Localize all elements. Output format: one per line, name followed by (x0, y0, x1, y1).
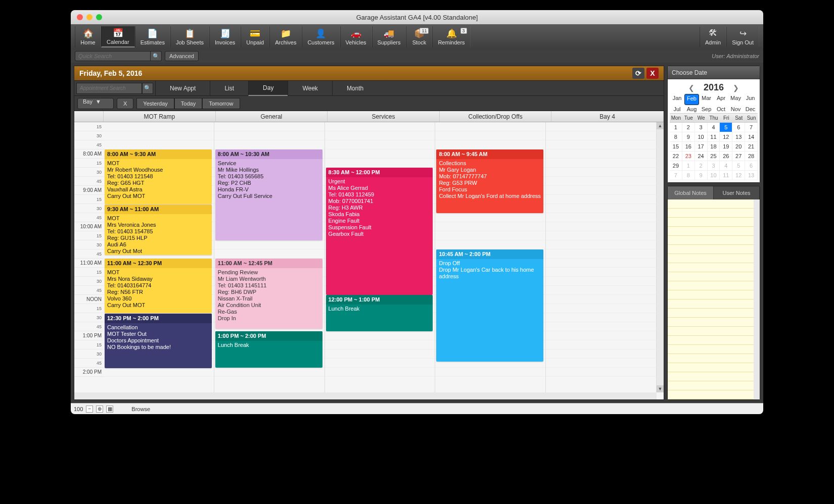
scroll-area[interactable]: 1530458:00 AM1530459:00 AM15304510:00 AM… (74, 122, 657, 392)
nav-today[interactable]: Today (174, 98, 202, 109)
month-sep[interactable]: Sep (699, 105, 714, 113)
appointment[interactable]: 8:00 AM ~ 10:30 AMServiceMr Mike Holling… (215, 149, 322, 240)
month-mar[interactable]: Mar (699, 94, 714, 105)
view-tab-day[interactable]: Day (248, 81, 288, 96)
toolbar-calendar[interactable]: 📅Calendar (101, 26, 135, 47)
day-cell[interactable]: 13 (732, 132, 745, 142)
prev-year-button[interactable]: ❮ (684, 84, 699, 92)
day-cell[interactable]: 4 (708, 123, 720, 132)
day-cell[interactable]: 28 (745, 152, 758, 161)
day-cell[interactable]: 11 (720, 171, 732, 180)
day-cell[interactable]: 16 (682, 142, 695, 152)
day-cell[interactable]: 8 (682, 171, 695, 180)
day-cell[interactable]: 14 (745, 132, 758, 142)
nav-tomorrow[interactable]: Tomorrow (202, 98, 240, 109)
day-cell[interactable]: 6 (745, 161, 758, 171)
day-column[interactable] (546, 122, 657, 392)
toolbar-archives[interactable]: 📁Archives (269, 26, 302, 47)
toolbar-suppliers[interactable]: 🚚Suppliers (372, 26, 406, 47)
appointment-search-input[interactable] (76, 83, 142, 94)
toolbar-customers[interactable]: 👤Customers (302, 26, 340, 47)
appointment[interactable]: 9:30 AM ~ 11:00 AMMOTMrs Veronica JonesT… (105, 205, 212, 255)
day-cell[interactable]: 10 (695, 132, 708, 142)
day-column[interactable]: 8:00 AM ~ 9:30 AMMOTMr Robert WoodhouseT… (104, 122, 214, 392)
month-feb[interactable]: Feb (684, 94, 699, 105)
appointment[interactable]: 12:00 PM ~ 1:00 PMLunch Break (326, 295, 433, 331)
day-cell[interactable]: 9 (682, 132, 695, 142)
month-jun[interactable]: Jun (743, 94, 758, 105)
layout-icon[interactable]: ▦ (106, 406, 113, 413)
day-cell[interactable]: 6 (732, 123, 745, 132)
day-cell[interactable]: 2 (695, 161, 708, 171)
toolbar-admin[interactable]: 🛠Admin (700, 27, 726, 47)
bay-select[interactable]: Bay ▼ (77, 98, 114, 109)
day-cell[interactable]: 5 (720, 123, 732, 132)
day-cell[interactable]: 26 (720, 152, 732, 161)
scroll-down-icon[interactable]: ▼ (657, 385, 664, 392)
day-cell[interactable]: 12 (732, 171, 745, 180)
day-cell[interactable]: 23 (682, 152, 695, 161)
day-cell[interactable]: 5 (732, 161, 745, 171)
day-cell[interactable]: 27 (732, 152, 745, 161)
toolbar-stock[interactable]: 📦Stock11 (406, 26, 432, 47)
day-cell[interactable]: 17 (695, 142, 708, 152)
zoom-fit-icon[interactable]: ⊕ (96, 406, 103, 413)
quick-search-button[interactable]: 🔍 (151, 51, 162, 61)
advanced-button[interactable]: Advanced (165, 51, 199, 61)
month-apr[interactable]: Apr (714, 94, 728, 105)
month-jul[interactable]: Jul (670, 105, 684, 113)
day-column[interactable]: 8:30 AM ~ 12:00 PMUrgentMs Alice GerradT… (325, 122, 436, 392)
day-cell[interactable]: 7 (670, 171, 682, 180)
day-cell[interactable]: 7 (745, 123, 758, 132)
toolbar-reminders[interactable]: 🔔Reminders3 (432, 26, 470, 47)
quick-search-input[interactable] (75, 51, 151, 61)
notes-tab-global-notes[interactable]: Global Notes (668, 186, 714, 199)
day-cell[interactable]: 8 (670, 132, 682, 142)
day-cell[interactable]: 13 (745, 171, 758, 180)
view-tab-list[interactable]: List (210, 81, 248, 96)
appointment[interactable]: 12:30 PM ~ 2:00 PMCancellationMOT Tester… (105, 314, 212, 368)
scroll-up-icon[interactable]: ▲ (657, 122, 664, 129)
view-tab-month[interactable]: Month (332, 81, 378, 96)
month-may[interactable]: May (728, 94, 743, 105)
refresh-button[interactable]: ⟳ (632, 68, 644, 79)
day-cell[interactable]: 20 (732, 142, 745, 152)
day-cell[interactable]: 15 (670, 142, 682, 152)
toolbar-home[interactable]: 🏠Home (75, 26, 101, 47)
horizontal-scrollbar[interactable] (74, 392, 657, 399)
day-cell[interactable]: 9 (695, 171, 708, 180)
day-cell[interactable]: 1 (670, 123, 682, 132)
day-cell[interactable]: 19 (720, 142, 732, 152)
toolbar-job-sheets[interactable]: 📋Job Sheets (170, 26, 209, 47)
day-cell[interactable]: 21 (745, 142, 758, 152)
view-tab-new-appt[interactable]: New Appt (155, 81, 210, 96)
notes-scrollbar[interactable] (754, 199, 760, 399)
toolbar-sign-out[interactable]: ↪Sign Out (726, 27, 759, 47)
toolbar-estimates[interactable]: 📄Estimates (135, 26, 170, 47)
day-cell[interactable]: 3 (708, 161, 720, 171)
appointment[interactable]: 8:30 AM ~ 12:00 PMUrgentMs Alice GerradT… (326, 168, 433, 295)
vertical-scrollbar[interactable]: ▲ ▼ (657, 122, 664, 392)
toolbar-invoices[interactable]: 🧾Invoices (209, 26, 241, 47)
day-cell[interactable]: 24 (695, 152, 708, 161)
day-cell[interactable]: 12 (720, 132, 732, 142)
toolbar-vehicles[interactable]: 🚗Vehicles (340, 26, 372, 47)
clear-bay-button[interactable]: X (117, 98, 133, 109)
appointment[interactable]: 8:00 AM ~ 9:30 AMMOTMr Robert WoodhouseT… (105, 149, 212, 204)
day-cell[interactable]: 3 (695, 123, 708, 132)
toolbar-unpaid[interactable]: 💳Unpaid (241, 26, 269, 47)
next-year-button[interactable]: ❯ (729, 84, 743, 92)
month-oct[interactable]: Oct (714, 105, 728, 113)
month-aug[interactable]: Aug (684, 105, 699, 113)
day-cell[interactable]: 18 (708, 142, 720, 152)
appointment[interactable]: 11:00 AM ~ 12:30 PMMOTMrs Nora SidawayTe… (105, 259, 212, 313)
day-cell[interactable]: 2 (682, 123, 695, 132)
appointment-search-button[interactable]: 🔍 (142, 83, 153, 94)
day-cell[interactable]: 1 (682, 161, 695, 171)
nav-yesterday[interactable]: Yesterday (136, 98, 174, 109)
close-button[interactable]: X (646, 68, 659, 79)
zoom-out-icon[interactable]: − (86, 406, 93, 413)
appointment[interactable]: 1:00 PM ~ 2:00 PMLunch Break (215, 331, 322, 368)
notes-area[interactable] (668, 199, 760, 399)
month-dec[interactable]: Dec (743, 105, 758, 113)
